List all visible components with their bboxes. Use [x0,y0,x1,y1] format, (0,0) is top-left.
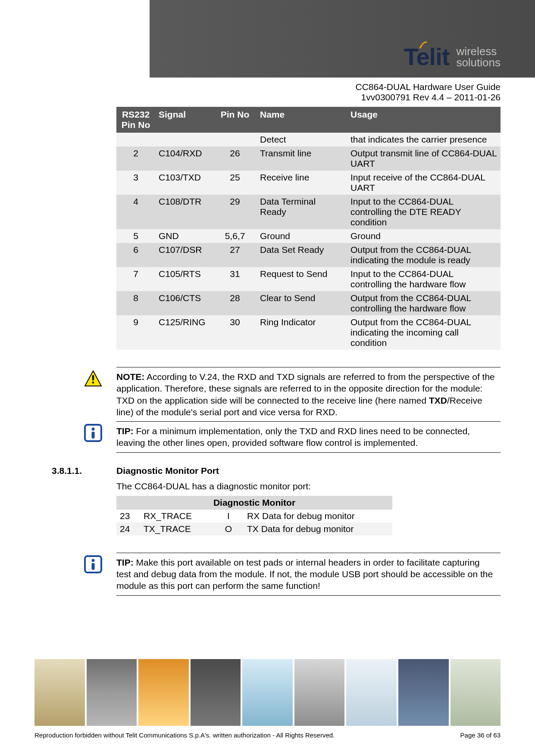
doc-title: CC864-DUAL Hardware User Guide [34,82,501,92]
tip1-label: TIP: [116,426,134,436]
cell-pin: 25 [213,171,257,195]
table-row: 8C106/CTS28Clear to SendOutput from the … [116,291,501,315]
cell-rs: 7 [116,267,155,291]
th-name: Name [257,107,347,133]
note-label: NOTE: [116,372,144,382]
svg-point-4 [92,428,95,431]
cell-rs: 3 [116,171,155,195]
cell-pin: 26 [213,146,257,171]
cell-name: Clear to Send [257,291,347,315]
rs232-tbody: Detectthat indicates the carrier presenc… [116,133,501,350]
cell-usage: Output from the CC864-DUAL controlling t… [347,291,501,315]
section-title: Diagnostic Monitor Port [116,466,219,476]
footer-img [451,659,501,726]
info-icon [84,555,102,573]
note-bold-mid: TXD [429,395,447,405]
svg-rect-1 [92,375,94,380]
table-row: 4C108/DTR29Data Terminal ReadyInput to t… [116,195,501,229]
tip2-label: TIP: [116,557,134,567]
footer-img [191,659,241,726]
section-number: 3.8.1.1. [52,466,116,476]
cell-rs [116,133,155,146]
callout-group-2: TIP: Make this port available on test pa… [84,553,501,596]
cell-pin: 27 [213,243,257,267]
cell-signal: TX_TRACE [140,523,213,535]
cell-signal: C108/DTR [155,195,213,229]
footer-left: Reproduction forbidden without Telit Com… [34,731,335,739]
tip2-body: Make this port available on test pads or… [116,557,493,591]
th-pin-no: Pin No [213,107,257,133]
cell-name: Transmit line [257,146,347,171]
footer-line: Reproduction forbidden without Telit Com… [34,731,501,739]
diag-tbody: 23RX_TRACEIRX Data for debug monitor24TX… [116,510,392,535]
cell-rs: 8 [116,291,155,315]
cell-usage: Output from the CC864-DUAL indicating th… [347,315,501,350]
footer-img [138,659,189,726]
info-icon [84,424,102,442]
logo-block: Telit wireless solutions [404,45,501,69]
cell-usage: Output from the CC864-DUAL indicating th… [347,243,501,267]
table-row: Detectthat indicates the carrier presenc… [116,133,501,146]
rs232-table: RS232 Pin No Signal Pin No Name Usage De… [116,107,501,350]
cell-pin: 28 [213,291,257,315]
cell-name: Request to Send [257,267,347,291]
cell-name: Data Terminal Ready [257,195,347,229]
warning-icon [84,370,102,388]
cell-name: Receive line [257,171,347,195]
footer-img [398,659,449,726]
cell-pin: 24 [116,523,140,535]
cell-signal: C125/RING [155,315,213,350]
cell-rs: 5 [116,229,155,243]
note-text: NOTE: According to V.24, the RXD and TXD… [116,367,501,421]
cell-pin [213,133,257,146]
doc-meta: CC864-DUAL Hardware User Guide 1vv030079… [0,78,535,107]
logo-swoosh-icon [419,40,428,49]
tip1-callout: TIP: For a minimum implementation, only … [84,421,501,453]
tagline-line2: solutions [456,57,501,68]
cell-rs: 4 [116,195,155,229]
table-row: 5GND5,6,7GroundGround [116,229,501,243]
content: RS232 Pin No Signal Pin No Name Usage De… [0,107,535,596]
header-white-box [34,22,131,60]
cell-usage: Output transmit line of CC864-DUAL UART [347,146,501,171]
cell-usage: Input to the CC864-DUAL controlling the … [347,267,501,291]
footer-img [346,659,397,726]
cell-signal: C104/RXD [155,146,213,171]
tip1-body: For a minimum implementation, only the T… [116,426,470,448]
logo-tagline: wireless solutions [456,46,501,68]
cell-signal: C106/CTS [155,291,213,315]
th-usage: Usage [347,107,501,133]
cell-usage: that indicates the carrier presence [347,133,501,146]
cell-signal: RX_TRACE [140,510,213,523]
cell-io: O [213,523,244,535]
tagline-line1: wireless [456,46,501,57]
callout-group-1: NOTE: According to V.24, the RXD and TXD… [84,367,501,453]
diag-monitor-table: Diagnostic Monitor 23RX_TRACEIRX Data fo… [116,496,392,535]
cell-pin: 29 [213,195,257,229]
diag-header: Diagnostic Monitor [116,496,392,510]
cell-name: Data Set Ready [257,243,347,267]
table-row: 23RX_TRACEIRX Data for debug monitor [116,510,392,523]
footer-img [294,659,345,726]
section-intro: The CC864-DUAL has a diagnostic monitor … [116,481,501,492]
th-signal: Signal [155,107,213,133]
svg-rect-5 [92,432,95,439]
cell-usage: Input to the CC864-DUAL controlling the … [347,195,501,229]
cell-signal [155,133,213,146]
svg-rect-8 [92,563,95,570]
cell-pin: 31 [213,267,257,291]
table-row: 7C105/RTS31Request to SendInput to the C… [116,267,501,291]
table-row: 9C125/RING30Ring IndicatorOutput from th… [116,315,501,350]
cell-signal: C107/DSR [155,243,213,267]
footer-img [242,659,293,726]
table-row: 2C104/RXD26Transmit lineOutput transmit … [116,146,501,171]
tip2-text: TIP: Make this port available on test pa… [116,553,501,596]
cell-name: Ground [257,229,347,243]
footer-right: Page 36 of 63 [460,731,501,739]
cell-pin: 5,6,7 [213,229,257,243]
cell-io: I [213,510,244,523]
table-row: 3C103/TXD25Receive lineInput receive of … [116,171,501,195]
footer-img [87,659,137,726]
cell-usage: Input receive of the CC864-DUAL UART [347,171,501,195]
page-header: Telit wireless solutions [0,0,535,78]
